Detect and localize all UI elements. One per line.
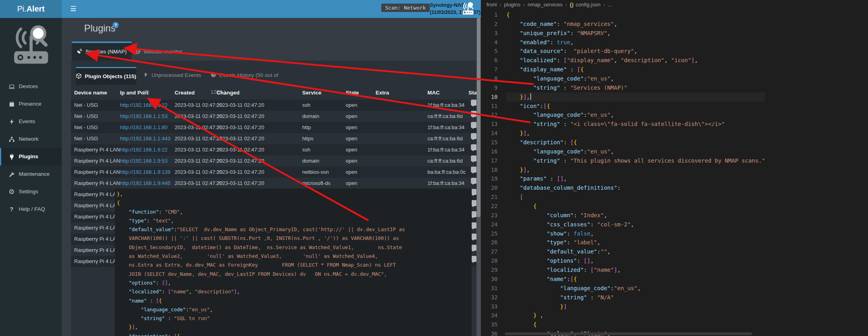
- cell-ip[interactable]: http://192.168.1.1:443: [120, 133, 171, 144]
- breadcrumb-item[interactable]: nmap_services: [527, 2, 562, 8]
- status-checkbox[interactable]: ✓: [471, 200, 477, 206]
- overlay-code-line: Object_SecondaryID, datetime() as DateTi…: [117, 243, 472, 252]
- sidebar-item-maintenance[interactable]: Maintenance: [0, 165, 62, 183]
- cell-ip[interactable]: http://192.168.1.9:139: [120, 167, 171, 178]
- pialert-app-window: Pi.Alert ☰ Scan: Network Synology-NAS (1…: [0, 0, 481, 336]
- status-checkbox[interactable]: ✓: [471, 211, 477, 217]
- cell-device: Raspberry Pi 4 LAN: [74, 211, 120, 222]
- sidebar-item-label: Devices: [19, 78, 38, 95]
- cell-device: Net - USG: [74, 100, 98, 111]
- sidebar-item-network[interactable]: Network: [0, 130, 62, 148]
- column-header-created[interactable]: Created: [175, 86, 195, 100]
- sitemap-icon: [8, 130, 15, 148]
- status-checkbox[interactable]: ✓: [471, 100, 477, 106]
- breadcrumb-item[interactable]: ...: [608, 2, 612, 8]
- sidebar-item-label: Settings: [19, 183, 38, 200]
- editor-code-line: "icon":[{: [506, 102, 765, 111]
- page-title: Plugins: [72, 23, 116, 34]
- line-number: 10: [481, 92, 502, 102]
- line-number: 32: [481, 293, 502, 302]
- cell-ip[interactable]: http://192.168.1.9:53: [120, 155, 167, 167]
- editor-code-line: "data_source": "pialert-db-query",: [506, 47, 765, 56]
- status-checkbox[interactable]: ✓: [471, 189, 477, 195]
- hamburger-menu-icon[interactable]: ☰: [67, 0, 79, 18]
- sidebar-item-plugins[interactable]: Plugins: [0, 148, 62, 165]
- cell-service: http: [302, 122, 311, 133]
- breadcrumb-item[interactable]: plugins: [504, 2, 520, 8]
- status-checkbox[interactable]: ✓: [471, 245, 477, 251]
- status-checkbox[interactable]: ✓: [471, 122, 477, 128]
- column-header-ip-and-port[interactable]: Ip and Port: [120, 86, 148, 100]
- status-checkbox[interactable]: ✓: [471, 256, 477, 262]
- editor-code-line: "description": [{: [506, 138, 765, 147]
- laptop-icon: [8, 78, 15, 95]
- editor-line-numbers: 1234567891011121314151617181920212223242…: [481, 10, 502, 336]
- cell-mac: ca:ff:ff:ca:ba:6d: [427, 133, 463, 144]
- tab-unprocessed-events[interactable]: Unprocessed Events (0): [143, 67, 203, 85]
- editor-code-area[interactable]: {"code_name": "nmap_services","unique_pr…: [506, 10, 765, 336]
- overlay-code-line: "function": "CMD",: [117, 208, 472, 216]
- cell-ip[interactable]: http://192.168.1.1:53: [120, 111, 167, 122]
- column-header-changed[interactable]: Changed: [217, 86, 240, 100]
- cell-ip[interactable]: http://192.168.1.1:22: [120, 100, 167, 111]
- scrollbar-thumb[interactable]: [477, 18, 480, 217]
- cell-ip[interactable]: http://192.168.1.9:22: [120, 144, 167, 155]
- status-checkbox[interactable]: ✓: [471, 133, 477, 139]
- brand-logo[interactable]: Pi.Alert: [0, 0, 62, 18]
- sidebar-item-events[interactable]: Events: [0, 113, 62, 130]
- overlay-code-line: "name" : [{: [117, 297, 472, 305]
- status-checkbox[interactable]: ✓: [471, 167, 477, 173]
- editor-horizontal-scrollbar[interactable]: [505, 332, 752, 335]
- cell-service: https: [302, 133, 313, 144]
- breadcrumb-separator: ›: [497, 2, 504, 8]
- column-header-device-name[interactable]: Device name: [74, 86, 107, 100]
- cell-state: open: [346, 178, 357, 189]
- editor-code-line: "code_name": "nmap_services",: [506, 20, 765, 29]
- sidebar-item-label: Plugins: [19, 148, 38, 165]
- cell-ip[interactable]: http://192.168.1.1:80: [120, 122, 167, 133]
- editor-code-line: }],: [506, 165, 765, 175]
- tab-plugin-objects[interactable]: Plugin Objects (115): [76, 67, 136, 85]
- gear-icon: ⚙: [8, 183, 15, 200]
- sidebar-item-label: Network: [19, 130, 39, 148]
- overlay-code-line: "string" : "SQL to run": [117, 314, 472, 323]
- editor-code-line: "string" : "Services (NMAP)": [506, 83, 765, 92]
- breadcrumb-item[interactable]: front: [486, 2, 497, 8]
- cell-ip[interactable]: http://192.168.1.9:445: [120, 178, 171, 189]
- tab-services-nmap[interactable]: Services (NMAP): [72, 41, 132, 61]
- column-header-state[interactable]: State: [346, 86, 359, 100]
- brand-bold: Alert: [26, 4, 45, 13]
- line-number: 35: [481, 320, 502, 329]
- column-header-extra[interactable]: Extra: [376, 86, 389, 100]
- line-number: 8: [481, 74, 502, 83]
- breadcrumb-separator: ›: [520, 2, 527, 8]
- status-checkbox[interactable]: ✓: [471, 178, 477, 184]
- tab-events-history[interactable]: Events History (50 out of 1265 ): [211, 67, 290, 85]
- breadcrumb-item[interactable]: {}config.json: [570, 2, 600, 8]
- editor-code-line: }]: [506, 302, 765, 311]
- tab-website-monitor[interactable]: Website monitor: [135, 43, 195, 62]
- table-row: Net - USGhttp://192.168.1.1:4432023-03-1…: [71, 133, 477, 144]
- status-checkbox[interactable]: ✓: [471, 111, 477, 117]
- calendar-icon: [8, 95, 15, 113]
- sidebar-item-help-faq[interactable]: ?Help / FAQ: [0, 200, 62, 218]
- sidebar-item-devices[interactable]: Devices: [0, 78, 62, 95]
- status-checkbox[interactable]: ✓: [471, 234, 477, 240]
- line-number: 9: [481, 83, 502, 92]
- line-number: 31: [481, 284, 502, 293]
- status-checkbox[interactable]: ✓: [471, 222, 477, 228]
- status-checkbox[interactable]: ✓: [471, 155, 477, 161]
- column-header-service[interactable]: Service: [302, 86, 321, 100]
- plug-icon: [8, 148, 15, 165]
- sidebar-menu: DevicesPresenceEventsNetworkPluginsMaint…: [0, 78, 62, 218]
- line-number: 4: [481, 38, 502, 47]
- help-badge[interactable]: ?: [112, 22, 119, 28]
- sidebar-item-presence[interactable]: Presence: [0, 95, 62, 113]
- table-row: Raspberry Pi 4 LANhttp://192.168.1.9:532…: [71, 155, 477, 167]
- status-checkbox[interactable]: ✓: [471, 144, 477, 150]
- app-scrollbar[interactable]: [476, 18, 481, 336]
- tab-label: Website monitor: [144, 49, 182, 55]
- screenshot-root: Pi.Alert ☰ Scan: Network Synology-NAS (1…: [0, 0, 868, 336]
- column-header-mac[interactable]: MAC: [427, 86, 440, 100]
- sidebar-item-settings[interactable]: ⚙Settings: [0, 183, 62, 200]
